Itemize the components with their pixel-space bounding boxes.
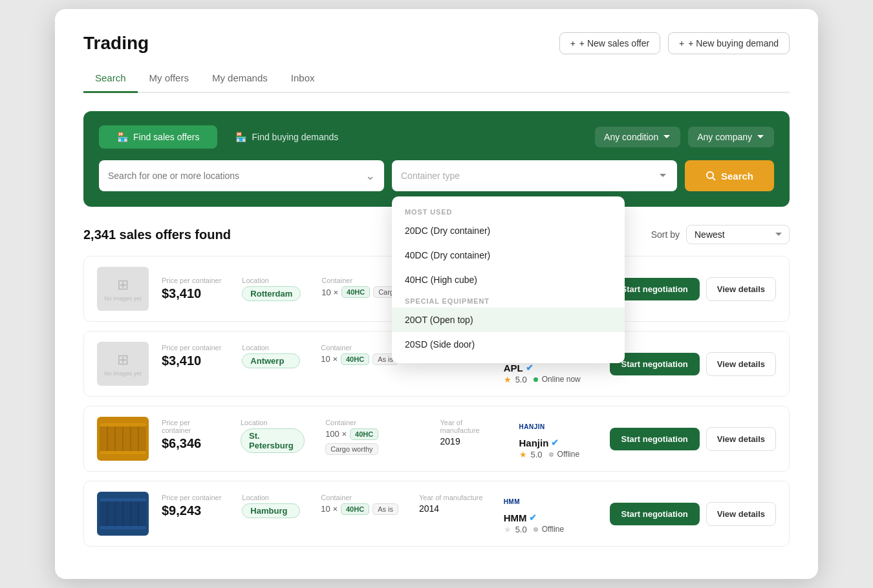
company-name: Hanjin ✔ xyxy=(519,437,559,448)
company-name: HMM ✔ xyxy=(504,512,537,523)
sort-select[interactable]: Newest Price: Low to High Price: High to… xyxy=(686,225,790,244)
rating-value: 5.0 xyxy=(515,525,527,534)
company-name-text: Hanjin xyxy=(519,437,549,448)
dropdown-section-special-label: SPECIAL EQUIPMENT xyxy=(392,292,625,308)
location-label: Location xyxy=(241,419,305,426)
dropdown-item-20sd[interactable]: 20SD (Side door) xyxy=(392,332,625,357)
svg-rect-8 xyxy=(100,423,146,426)
location-group: Location Antwerp xyxy=(242,344,300,368)
sort-wrap: Sort by Newest Price: Low to High Price:… xyxy=(651,225,790,244)
view-details-button[interactable]: View details xyxy=(706,277,776,301)
view-details-button[interactable]: View details xyxy=(706,352,776,376)
find-sales-offers-tab[interactable]: 🏪 Find sales offers xyxy=(99,125,217,149)
location-label: Location xyxy=(242,494,300,501)
price-label: Price per container xyxy=(162,277,221,284)
svg-rect-16 xyxy=(100,498,146,501)
listing-info: Price per container $6,346 Location St. … xyxy=(162,419,597,459)
tab-my-offers[interactable]: My offers xyxy=(138,66,200,93)
price-label: Price per container xyxy=(162,419,220,434)
find-buying-demands-tab[interactable]: 🏪 Find buying demands xyxy=(217,125,356,149)
star-icon: ★ xyxy=(504,375,512,384)
tab-search[interactable]: Search xyxy=(83,66,138,93)
dropdown-item-40hc[interactable]: 40HC (High cube) xyxy=(392,268,625,292)
location-label: Location xyxy=(242,344,300,352)
container-group: Container 100 × 40HC Cargo worthy xyxy=(325,419,419,455)
year-label: Year of manufacture xyxy=(419,494,483,501)
location-badge: Hamburg xyxy=(242,503,300,518)
company-info: HANJIN Hanjin ✔ ★ 5.0 Offline xyxy=(519,419,597,459)
company-name: APL ✔ xyxy=(504,362,534,373)
container-label: Container xyxy=(321,344,398,352)
container-type-tag: 40HC xyxy=(341,353,369,365)
image-placeholder-icon: ⊞ xyxy=(117,277,129,293)
svg-rect-9 xyxy=(100,451,146,454)
container-qty: 10 × xyxy=(321,288,338,297)
store-icon: 🏪 xyxy=(235,132,246,142)
listing-image: ⊞ No images yet xyxy=(97,267,149,311)
listing-card: Price per container $9,243 Location Hamb… xyxy=(83,481,790,547)
year-value: 2019 xyxy=(440,436,499,446)
tab-my-demands[interactable]: My demands xyxy=(200,66,279,93)
listing-actions: Start negotiation View details xyxy=(610,352,776,376)
no-image-text: No images yet xyxy=(104,370,142,377)
company-logo: HMM xyxy=(504,494,536,510)
container-qty: 100 × xyxy=(325,429,347,439)
company-info: HMM HMM ✔ ★ 5.0 Offline xyxy=(504,494,581,534)
container-type-dropdown-menu: MOST USED 20DC (Dry container) 40DC (Dry… xyxy=(392,196,625,363)
online-status-dot xyxy=(534,377,538,382)
price-group: Price per container $3,410 xyxy=(162,344,221,368)
price-value: $6,346 xyxy=(162,436,220,451)
online-status-text: Online now xyxy=(542,375,581,384)
container-qty: 10 × xyxy=(321,354,338,364)
rating-row: ★ 5.0 Offline xyxy=(504,525,565,534)
location-group: Location St. Petersburg xyxy=(241,419,305,453)
chevron-down-icon xyxy=(658,171,668,181)
container-group: Container 10 × 40HC As is xyxy=(321,344,398,365)
rating-row: ★ 5.0 Offline xyxy=(519,450,580,459)
tab-inbox[interactable]: Inbox xyxy=(279,66,327,93)
container-condition-tag: As is xyxy=(372,503,398,515)
page-title: Trading xyxy=(83,33,149,54)
listing-info: Price per container $9,243 Location Hamb… xyxy=(162,494,597,534)
location-search-input[interactable] xyxy=(108,171,365,181)
search-button[interactable]: Search xyxy=(685,160,774,191)
view-details-button[interactable]: View details xyxy=(706,502,776,526)
rating-value: 5.0 xyxy=(531,450,543,459)
svg-line-1 xyxy=(713,178,715,180)
dropdown-item-20ot[interactable]: 20OT (Open top) xyxy=(392,308,625,332)
new-sales-offer-button[interactable]: + + New sales offer xyxy=(559,32,660,54)
location-input-wrap: ⌄ xyxy=(99,160,384,191)
listing-actions: Start negotiation View details xyxy=(610,277,776,301)
container-type-tag: 40HC xyxy=(341,286,370,298)
hanjin-logo: HANJIN xyxy=(519,423,545,430)
store-icon: 🏪 xyxy=(117,132,128,142)
price-group: Price per container $3,410 xyxy=(162,277,221,301)
dropdown-item-40dc[interactable]: 40DC (Dry container) xyxy=(392,243,625,268)
container-type-dropdown[interactable]: Container type MOST USED 20DC (Dry conta… xyxy=(392,160,677,191)
any-condition-dropdown[interactable]: Any condition xyxy=(595,127,680,147)
new-buying-demand-button[interactable]: + + New buying demand xyxy=(668,32,790,54)
header: Trading + + New sales offer + + New buyi… xyxy=(83,32,790,54)
year-group: Year of manufacture 2019 xyxy=(440,419,499,446)
search-icon xyxy=(706,171,716,181)
header-actions: + + New sales offer + + New buying deman… xyxy=(559,32,790,54)
container-type-tag: 40HC xyxy=(350,428,378,440)
plus-icon: + xyxy=(570,38,576,48)
location-badge: Rotterdam xyxy=(242,286,301,301)
container-type-tag: 40HC xyxy=(341,503,369,515)
location-group: Location Hamburg xyxy=(242,494,300,518)
offline-status-dot xyxy=(534,527,538,532)
price-value: $3,410 xyxy=(162,286,221,301)
view-details-button[interactable]: View details xyxy=(706,427,776,451)
chevron-down-icon: ⌄ xyxy=(365,169,375,183)
start-negotiation-button[interactable]: Start negotiation xyxy=(610,503,700,525)
location-badge: St. Petersburg xyxy=(241,428,305,453)
container-group: Container 10 × 40HC As is xyxy=(321,494,398,515)
company-name-text: HMM xyxy=(504,512,527,523)
year-group: Year of manufacture 2014 xyxy=(419,494,483,514)
verified-icon: ✔ xyxy=(529,512,537,523)
offline-status-dot xyxy=(549,452,554,457)
any-company-dropdown[interactable]: Any company xyxy=(688,127,774,147)
dropdown-item-20dc[interactable]: 20DC (Dry container) xyxy=(392,218,625,243)
start-negotiation-button[interactable]: Start negotiation xyxy=(610,428,700,450)
